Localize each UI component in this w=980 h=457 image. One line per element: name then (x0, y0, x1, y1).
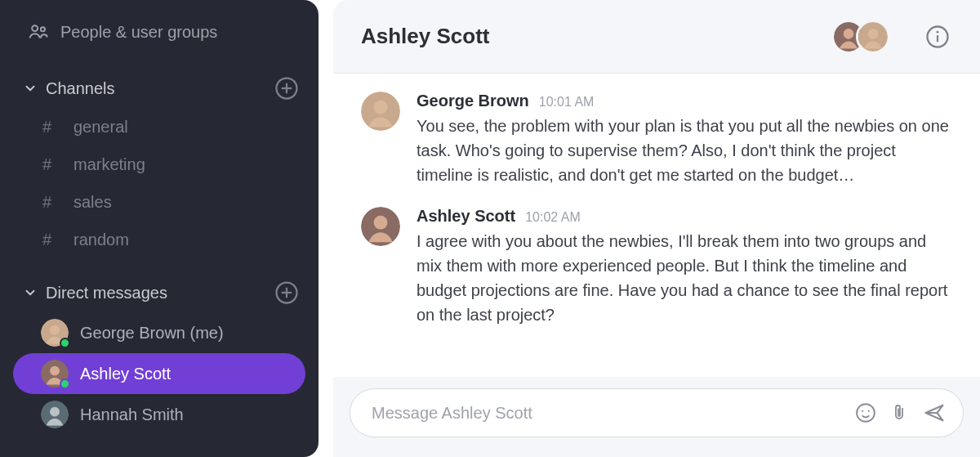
message-author: Ashley Scott (416, 207, 515, 226)
channel-name: marketing (74, 155, 145, 174)
attachment-icon[interactable] (886, 399, 914, 427)
channel-item[interactable]: # general (0, 108, 318, 146)
add-channel-button[interactable] (273, 74, 301, 102)
avatar (41, 319, 69, 347)
dm-name: Hannah Smith (80, 405, 184, 424)
channels-header-label: Channels (46, 79, 273, 98)
composer-area (333, 377, 980, 457)
message-author: George Brown (416, 92, 529, 110)
sidebar-item-people[interactable]: People & user groups (0, 10, 318, 54)
message-avatar (361, 207, 400, 246)
message-avatar (361, 92, 400, 131)
svg-point-24 (374, 216, 388, 230)
dm-item-active[interactable]: Ashley Scott (13, 353, 305, 394)
channel-name: random (74, 231, 129, 249)
dm-item[interactable]: Hannah Smith (13, 394, 305, 435)
chevron-down-icon (23, 81, 41, 96)
message-time: 10:01 AM (539, 95, 595, 110)
message-text: I agree with you about the newbies, I'll… (416, 229, 952, 327)
hash-icon: # (42, 118, 62, 137)
message: George Brown 10:01 AM You see, the probl… (361, 92, 952, 187)
channel-name: sales (74, 193, 112, 212)
message-text: You see, the problem with your plan is t… (416, 114, 952, 187)
send-icon[interactable] (920, 399, 948, 427)
message: Ashley Scott 10:02 AM I agree with you a… (361, 207, 952, 327)
message-list: George Brown 10:01 AM You see, the probl… (333, 74, 980, 377)
hash-icon: # (42, 231, 62, 249)
sidebar-people-label: People & user groups (60, 23, 301, 42)
conversation-header: Ashley Scott (333, 0, 980, 74)
svg-point-22 (374, 101, 388, 114)
avatar (41, 360, 69, 388)
dm-name: George Brown (me) (80, 324, 224, 343)
avatar (41, 401, 69, 428)
sidebar-section-channels[interactable]: Channels (0, 69, 318, 108)
dms-header-label: Direct messages (46, 284, 273, 302)
channel-item[interactable]: # random (0, 221, 318, 258)
dm-item[interactable]: George Brown (me) (13, 312, 305, 353)
conversation-title: Ashley Scott (361, 24, 831, 49)
dm-list: George Brown (me) Ashley Scott Hannah Sm… (0, 312, 318, 435)
channel-list: # general # marketing # sales # random (0, 108, 318, 258)
channel-item[interactable]: # sales (0, 183, 318, 221)
svg-point-20 (937, 30, 939, 33)
add-dm-button[interactable] (273, 279, 301, 307)
svg-point-11 (50, 366, 60, 376)
conversation-pane: Ashley Scott George Brown 10:01 AM You s… (333, 0, 980, 457)
svg-point-27 (868, 410, 870, 412)
hash-icon: # (42, 155, 62, 174)
sidebar: People & user groups Channels # general … (0, 0, 318, 457)
svg-point-1 (41, 27, 45, 31)
emoji-icon[interactable] (852, 399, 880, 427)
participant-avatars[interactable] (831, 20, 890, 54)
svg-point-26 (862, 410, 863, 412)
chevron-down-icon (23, 285, 41, 300)
svg-point-9 (50, 325, 60, 335)
hash-icon: # (42, 193, 62, 212)
message-time: 10:02 AM (525, 210, 581, 225)
message-input[interactable] (372, 404, 845, 423)
presence-indicator (60, 379, 70, 389)
sidebar-section-dms[interactable]: Direct messages (0, 273, 318, 312)
svg-point-15 (844, 29, 854, 39)
svg-point-13 (50, 407, 60, 417)
svg-point-25 (857, 404, 875, 422)
dm-name: Ashley Scott (80, 365, 171, 383)
svg-point-17 (868, 29, 879, 39)
composer[interactable] (350, 388, 964, 437)
participant-avatar (856, 20, 890, 54)
channel-item[interactable]: # marketing (0, 146, 318, 183)
presence-indicator (60, 338, 70, 348)
info-button[interactable] (923, 22, 952, 52)
channel-name: general (74, 118, 128, 137)
people-icon (28, 21, 52, 43)
svg-point-0 (32, 25, 38, 31)
